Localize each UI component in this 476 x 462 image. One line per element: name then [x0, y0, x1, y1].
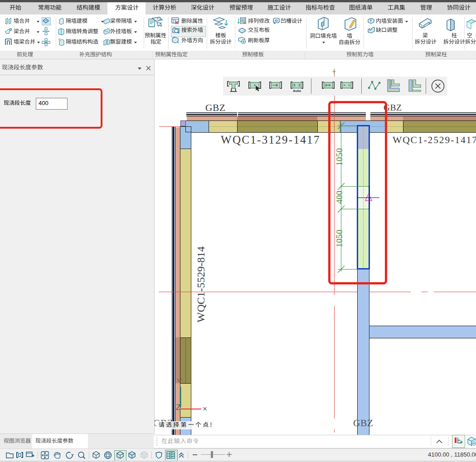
svg-text:Auto: Auto — [293, 89, 301, 93]
